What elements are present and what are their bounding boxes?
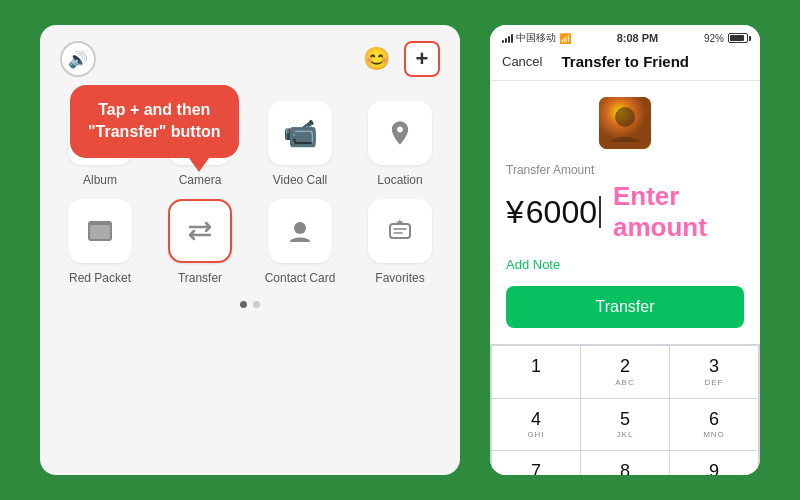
video-call-icon-box: 📹 xyxy=(268,101,332,165)
avatar xyxy=(599,97,651,149)
grid-item-location[interactable]: Location xyxy=(356,101,444,187)
keypad: 1 2 ABC 3 DEF 4 GHI 5 JKL 6 MNO xyxy=(490,344,760,475)
wechat-menu-panel: Tap + and then"Transfer" button 🔊 😊 + 🖼️… xyxy=(40,25,460,475)
key-2[interactable]: 2 ABC xyxy=(581,346,669,397)
svg-rect-3 xyxy=(390,224,410,238)
signal-bar-2 xyxy=(505,38,507,43)
battery-fill xyxy=(730,35,744,41)
currency-symbol: ¥ xyxy=(506,194,524,231)
transfer-title: Transfer to Friend xyxy=(561,53,689,70)
key-3[interactable]: 3 DEF xyxy=(670,346,758,397)
transfer-amount-label: Transfer Amount xyxy=(506,163,744,177)
key-1[interactable]: 1 xyxy=(492,346,580,397)
carrier-name: 中国移动 xyxy=(516,31,556,45)
page-dots xyxy=(56,301,444,308)
plus-icon: + xyxy=(416,46,429,72)
key-5-main: 5 xyxy=(620,409,630,431)
battery-body xyxy=(728,33,748,43)
avatar-section xyxy=(506,97,744,149)
add-note-button[interactable]: Add Note xyxy=(506,257,744,272)
favorites-label: Favorites xyxy=(375,271,424,285)
cancel-button[interactable]: Cancel xyxy=(502,54,542,69)
location-icon-box xyxy=(368,101,432,165)
transfer-label: Transfer xyxy=(178,271,222,285)
key-9[interactable]: 9 WXYZ xyxy=(670,451,758,475)
key-4[interactable]: 4 GHI xyxy=(492,399,580,450)
contact-card-icon-box xyxy=(268,199,332,263)
top-bar: 🔊 😊 + xyxy=(56,41,444,77)
key-4-main: 4 xyxy=(531,409,541,431)
grid-item-transfer[interactable]: Transfer xyxy=(156,199,244,285)
key-8[interactable]: 8 TUV xyxy=(581,451,669,475)
key-6-main: 6 xyxy=(709,409,719,431)
key-6[interactable]: 6 MNO xyxy=(670,399,758,450)
key-3-sub: DEF xyxy=(705,378,724,388)
signal-bars xyxy=(502,33,513,43)
camera-label: Camera xyxy=(179,173,222,187)
dot-2 xyxy=(253,301,260,308)
voice-icon: 🔊 xyxy=(68,50,88,69)
key-8-main: 8 xyxy=(620,461,630,475)
signal-bar-3 xyxy=(508,36,510,43)
key-6-sub: MNO xyxy=(703,430,725,440)
key-9-main: 9 xyxy=(709,461,719,475)
grid-item-contact-card[interactable]: Contact Card xyxy=(256,199,344,285)
transfer-icon-box xyxy=(168,199,232,263)
red-packet-label: Red Packet xyxy=(69,271,131,285)
enter-amount-text: Enter amount xyxy=(613,181,707,243)
status-left: 中国移动 📶 xyxy=(502,31,571,45)
svg-rect-1 xyxy=(90,225,110,239)
key-2-sub: ABC xyxy=(615,378,634,388)
key-1-main: 1 xyxy=(531,356,541,378)
key-5[interactable]: 5 JKL xyxy=(581,399,669,450)
transfer-button[interactable]: Transfer xyxy=(506,286,744,328)
enter-amount-line1: Enter xyxy=(613,181,707,212)
enter-amount-line2: amount xyxy=(613,212,707,243)
plus-button[interactable]: + xyxy=(404,41,440,77)
speech-bubble: Tap + and then"Transfer" button xyxy=(70,85,239,158)
favorites-icon-box xyxy=(368,199,432,263)
wifi-icon: 📶 xyxy=(559,33,571,44)
main-container: Tap + and then"Transfer" button 🔊 😊 + 🖼️… xyxy=(0,0,800,500)
emoji-icon: 😊 xyxy=(363,46,390,72)
key-2-main: 2 xyxy=(620,356,630,378)
bubble-text: Tap + and then"Transfer" button xyxy=(88,101,221,140)
transfer-header: Cancel Transfer to Friend xyxy=(490,45,760,81)
grid-item-video-call[interactable]: 📹 Video Call xyxy=(256,101,344,187)
svg-point-6 xyxy=(615,107,635,127)
transfer-panel: 中国移动 📶 8:08 PM 92% Cancel Transfer to Fr… xyxy=(490,25,760,475)
voice-button[interactable]: 🔊 xyxy=(60,41,96,77)
amount-number: 6000 xyxy=(526,194,597,231)
signal-bar-4 xyxy=(511,34,513,43)
transfer-body: Transfer Amount ¥ 6000 Enter amount Add … xyxy=(490,81,760,344)
signal-bar-1 xyxy=(502,40,504,43)
battery-icon xyxy=(728,33,748,43)
contact-card-label: Contact Card xyxy=(265,271,336,285)
battery-percent: 92% xyxy=(704,33,724,44)
status-bar: 中国移动 📶 8:08 PM 92% xyxy=(490,25,760,45)
status-right: 92% xyxy=(704,33,748,44)
top-right-icons: 😊 + xyxy=(358,41,440,77)
amount-value: ¥ 6000 xyxy=(506,194,601,231)
svg-point-2 xyxy=(294,222,306,234)
key-7[interactable]: 7 PQRS xyxy=(492,451,580,475)
dot-1 xyxy=(240,301,247,308)
red-packet-icon-box xyxy=(68,199,132,263)
amount-row: ¥ 6000 Enter amount xyxy=(506,181,744,243)
emoji-button[interactable]: 😊 xyxy=(358,41,394,77)
key-5-sub: JKL xyxy=(617,430,634,440)
amount-section: Transfer Amount ¥ 6000 Enter amount xyxy=(506,163,744,243)
key-3-main: 3 xyxy=(709,356,719,378)
grid-item-red-packet[interactable]: Red Packet xyxy=(56,199,144,285)
status-time: 8:08 PM xyxy=(617,32,659,44)
location-label: Location xyxy=(377,173,422,187)
key-4-sub: GHI xyxy=(527,430,544,440)
grid-item-favorites[interactable]: Favorites xyxy=(356,199,444,285)
key-7-main: 7 xyxy=(531,461,541,475)
video-call-label: Video Call xyxy=(273,173,327,187)
album-label: Album xyxy=(83,173,117,187)
amount-cursor xyxy=(599,196,601,228)
